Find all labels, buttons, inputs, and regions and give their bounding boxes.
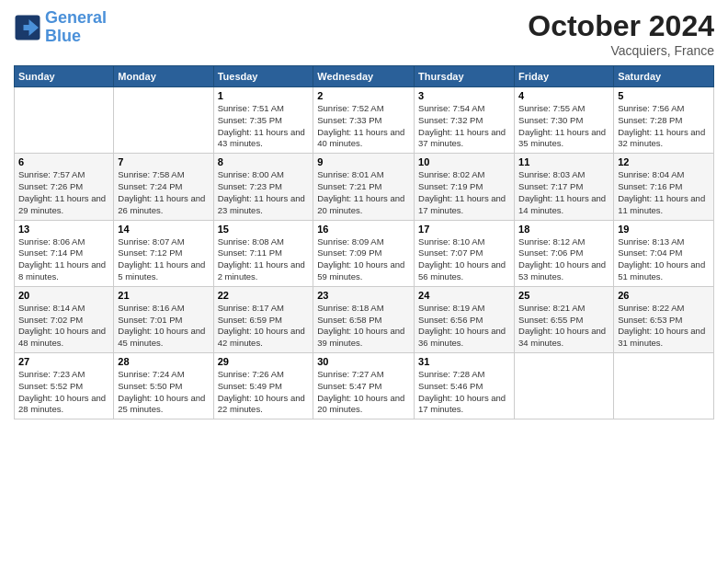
calendar-cell: 18Sunrise: 8:12 AM Sunset: 7:06 PM Dayli… (515, 220, 614, 286)
day-number: 22 (218, 290, 310, 301)
day-number: 16 (317, 224, 410, 235)
day-number: 13 (18, 224, 109, 235)
day-info: Sunrise: 8:22 AM Sunset: 6:53 PM Dayligh… (618, 303, 710, 350)
week-row-5: 27Sunrise: 7:23 AM Sunset: 5:52 PM Dayli… (15, 353, 714, 419)
week-row-2: 6Sunrise: 7:57 AM Sunset: 7:26 PM Daylig… (15, 154, 714, 220)
day-number: 8 (218, 156, 310, 167)
calendar-cell: 28Sunrise: 7:24 AM Sunset: 5:50 PM Dayli… (114, 353, 213, 419)
day-number: 12 (618, 156, 710, 167)
day-info: Sunrise: 8:07 AM Sunset: 7:12 PM Dayligh… (118, 236, 209, 283)
day-number: 10 (418, 156, 510, 167)
weekday-header-sunday: Sunday (15, 66, 114, 87)
day-number: 24 (418, 290, 510, 301)
day-number: 31 (418, 356, 510, 367)
day-info: Sunrise: 8:16 AM Sunset: 7:01 PM Dayligh… (118, 303, 209, 350)
calendar-cell: 19Sunrise: 8:13 AM Sunset: 7:04 PM Dayli… (614, 220, 714, 286)
day-info: Sunrise: 7:52 AM Sunset: 7:33 PM Dayligh… (317, 103, 410, 150)
calendar-cell: 3Sunrise: 7:54 AM Sunset: 7:32 PM Daylig… (415, 87, 515, 154)
weekday-header-friday: Friday (515, 66, 614, 87)
calendar-cell (614, 353, 714, 419)
weekday-header-row: SundayMondayTuesdayWednesdayThursdayFrid… (15, 66, 714, 87)
day-info: Sunrise: 7:55 AM Sunset: 7:30 PM Dayligh… (518, 103, 609, 150)
day-number: 2 (317, 90, 410, 101)
week-row-4: 20Sunrise: 8:14 AM Sunset: 7:02 PM Dayli… (15, 286, 714, 352)
day-number: 19 (618, 224, 710, 235)
day-info: Sunrise: 7:58 AM Sunset: 7:24 PM Dayligh… (118, 169, 209, 216)
day-info: Sunrise: 7:27 AM Sunset: 5:47 PM Dayligh… (317, 369, 410, 416)
day-number: 11 (518, 156, 609, 167)
day-number: 21 (118, 290, 209, 301)
day-info: Sunrise: 8:09 AM Sunset: 7:09 PM Dayligh… (317, 236, 410, 283)
calendar-cell: 31Sunrise: 7:28 AM Sunset: 5:46 PM Dayli… (415, 353, 515, 419)
calendar-cell (114, 87, 213, 154)
calendar-cell: 12Sunrise: 8:04 AM Sunset: 7:16 PM Dayli… (614, 154, 714, 220)
calendar-cell: 20Sunrise: 8:14 AM Sunset: 7:02 PM Dayli… (15, 286, 114, 352)
weekday-header-tuesday: Tuesday (213, 66, 313, 87)
logo-blue: Blue (45, 27, 81, 45)
calendar: SundayMondayTuesdayWednesdayThursdayFrid… (14, 65, 714, 419)
calendar-cell: 8Sunrise: 8:00 AM Sunset: 7:23 PM Daylig… (213, 154, 313, 220)
day-number: 26 (618, 290, 710, 301)
calendar-cell: 26Sunrise: 8:22 AM Sunset: 6:53 PM Dayli… (614, 286, 714, 352)
calendar-cell: 29Sunrise: 7:26 AM Sunset: 5:49 PM Dayli… (213, 353, 313, 419)
logo-icon (14, 14, 41, 41)
day-number: 30 (317, 356, 410, 367)
calendar-cell (15, 87, 114, 154)
day-number: 4 (518, 90, 609, 101)
day-info: Sunrise: 8:21 AM Sunset: 6:55 PM Dayligh… (518, 303, 609, 350)
calendar-cell: 17Sunrise: 8:10 AM Sunset: 7:07 PM Dayli… (415, 220, 515, 286)
calendar-cell: 11Sunrise: 8:03 AM Sunset: 7:17 PM Dayli… (515, 154, 614, 220)
weekday-header-monday: Monday (114, 66, 213, 87)
day-number: 28 (118, 356, 209, 367)
calendar-cell: 14Sunrise: 8:07 AM Sunset: 7:12 PM Dayli… (114, 220, 213, 286)
day-info: Sunrise: 8:01 AM Sunset: 7:21 PM Dayligh… (317, 169, 410, 216)
calendar-cell: 30Sunrise: 7:27 AM Sunset: 5:47 PM Dayli… (313, 353, 415, 419)
day-info: Sunrise: 7:24 AM Sunset: 5:50 PM Dayligh… (118, 369, 209, 416)
day-number: 18 (518, 224, 609, 235)
day-info: Sunrise: 8:04 AM Sunset: 7:16 PM Dayligh… (618, 169, 710, 216)
day-info: Sunrise: 8:18 AM Sunset: 6:58 PM Dayligh… (317, 303, 410, 350)
weekday-header-thursday: Thursday (415, 66, 515, 87)
calendar-cell: 10Sunrise: 8:02 AM Sunset: 7:19 PM Dayli… (415, 154, 515, 220)
day-info: Sunrise: 7:51 AM Sunset: 7:35 PM Dayligh… (218, 103, 310, 150)
day-info: Sunrise: 8:17 AM Sunset: 6:59 PM Dayligh… (218, 303, 310, 350)
calendar-cell: 9Sunrise: 8:01 AM Sunset: 7:21 PM Daylig… (313, 154, 415, 220)
day-number: 1 (218, 90, 310, 101)
calendar-cell: 16Sunrise: 8:09 AM Sunset: 7:09 PM Dayli… (313, 220, 415, 286)
day-info: Sunrise: 8:10 AM Sunset: 7:07 PM Dayligh… (418, 236, 510, 283)
day-number: 6 (18, 156, 109, 167)
calendar-cell: 15Sunrise: 8:08 AM Sunset: 7:11 PM Dayli… (213, 220, 313, 286)
day-number: 5 (618, 90, 710, 101)
day-info: Sunrise: 8:08 AM Sunset: 7:11 PM Dayligh… (218, 236, 310, 283)
day-info: Sunrise: 7:28 AM Sunset: 5:46 PM Dayligh… (418, 369, 510, 416)
day-number: 3 (418, 90, 510, 101)
calendar-cell: 25Sunrise: 8:21 AM Sunset: 6:55 PM Dayli… (515, 286, 614, 352)
calendar-cell: 2Sunrise: 7:52 AM Sunset: 7:33 PM Daylig… (313, 87, 415, 154)
day-info: Sunrise: 7:23 AM Sunset: 5:52 PM Dayligh… (18, 369, 109, 416)
day-info: Sunrise: 8:00 AM Sunset: 7:23 PM Dayligh… (218, 169, 310, 216)
calendar-cell: 7Sunrise: 7:58 AM Sunset: 7:24 PM Daylig… (114, 154, 213, 220)
day-number: 14 (118, 224, 209, 235)
day-info: Sunrise: 8:06 AM Sunset: 7:14 PM Dayligh… (18, 236, 109, 283)
day-info: Sunrise: 8:03 AM Sunset: 7:17 PM Dayligh… (518, 169, 609, 216)
calendar-cell (515, 353, 614, 419)
day-number: 9 (317, 156, 410, 167)
day-number: 23 (317, 290, 410, 301)
title-block: October 2024 Vacquiers, France (528, 9, 714, 58)
day-number: 29 (218, 356, 310, 367)
page: General Blue October 2024 Vacquiers, Fra… (0, 0, 728, 563)
day-info: Sunrise: 8:19 AM Sunset: 6:56 PM Dayligh… (418, 303, 510, 350)
logo-text: General Blue (45, 9, 107, 46)
week-row-1: 1Sunrise: 7:51 AM Sunset: 7:35 PM Daylig… (15, 87, 714, 154)
calendar-cell: 1Sunrise: 7:51 AM Sunset: 7:35 PM Daylig… (213, 87, 313, 154)
month-title: October 2024 (528, 9, 714, 43)
day-info: Sunrise: 7:26 AM Sunset: 5:49 PM Dayligh… (218, 369, 310, 416)
logo: General Blue (14, 9, 107, 46)
calendar-cell: 5Sunrise: 7:56 AM Sunset: 7:28 PM Daylig… (614, 87, 714, 154)
day-info: Sunrise: 8:13 AM Sunset: 7:04 PM Dayligh… (618, 236, 710, 283)
day-number: 25 (518, 290, 609, 301)
calendar-cell: 6Sunrise: 7:57 AM Sunset: 7:26 PM Daylig… (15, 154, 114, 220)
weekday-header-wednesday: Wednesday (313, 66, 415, 87)
calendar-cell: 4Sunrise: 7:55 AM Sunset: 7:30 PM Daylig… (515, 87, 614, 154)
day-info: Sunrise: 8:12 AM Sunset: 7:06 PM Dayligh… (518, 236, 609, 283)
